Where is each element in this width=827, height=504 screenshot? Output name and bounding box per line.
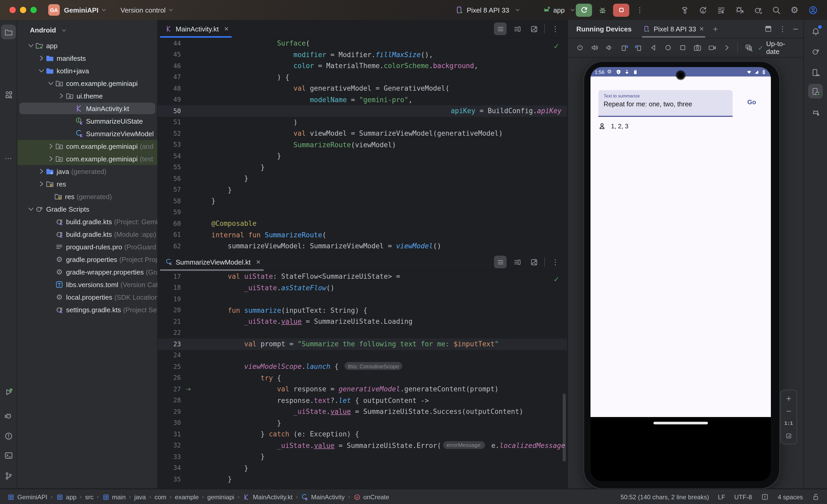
- tree-item-local-properties[interactable]: ⚙local.properties(SDK Location): [17, 291, 157, 303]
- tree-item-summarizeviewmodel[interactable]: SummarizeViewModel: [17, 127, 157, 140]
- gradle-sync-icon[interactable]: [751, 3, 765, 17]
- breadcrumb-java[interactable]: java: [134, 493, 146, 501]
- run-configuration-selector[interactable]: app: [542, 0, 576, 20]
- text-to-summarize-field[interactable]: Text to summarize Repeat for me: one, tw…: [598, 90, 733, 117]
- code-line-60[interactable]: 60@Composable: [158, 218, 567, 229]
- tree-item-proguard-rules-pro[interactable]: proguard-rules.pro(ProGuard R: [17, 240, 157, 253]
- emulator-camera-button[interactable]: [692, 42, 703, 53]
- breadcrumb-example[interactable]: example: [175, 493, 199, 501]
- tree-item-build-gradle-kts[interactable]: build.gradle.kts(Module :app): [17, 228, 157, 240]
- tool-terminal-button[interactable]: [1, 448, 16, 463]
- code-line-51[interactable]: 51 ): [158, 117, 567, 128]
- debug-app-button[interactable]: [596, 3, 610, 17]
- settings-icon[interactable]: ⚙: [788, 3, 801, 17]
- tree-item-kotlin-java[interactable]: kotlin+java: [17, 64, 157, 77]
- design-view-icon[interactable]: [528, 256, 540, 268]
- code-line-20[interactable]: 20 fun summarize(inputText: String) {: [158, 305, 567, 316]
- tool-more-h-button[interactable]: ⋯: [1, 151, 16, 166]
- split-view-icon[interactable]: [511, 256, 523, 268]
- code-line-30[interactable]: 30 }: [158, 417, 567, 429]
- maximize-window-button[interactable]: [31, 7, 37, 13]
- tree-item-java[interactable]: java(generated): [17, 165, 157, 178]
- inspections-ok-icon[interactable]: ✓: [553, 275, 560, 283]
- emulator-rot-r-button[interactable]: [633, 42, 644, 53]
- chevron-right-icon[interactable]: [37, 54, 46, 62]
- tree-item-com-example-geminiapi[interactable]: com.example.geminiapi: [17, 77, 157, 90]
- close-tab-icon[interactable]: ✕: [256, 259, 261, 265]
- code-line-27[interactable]: 27 val response = generativeModel.genera…: [158, 384, 567, 395]
- tool-gradle-button[interactable]: [808, 44, 823, 59]
- breadcrumb-main[interactable]: main: [102, 493, 126, 501]
- tab-main-activity[interactable]: MainActivity.kt ✕: [158, 20, 234, 38]
- breadcrumb-mainactivity[interactable]: MainActivity: [301, 493, 345, 501]
- tree-indent[interactable]: [47, 230, 55, 238]
- code-line-29[interactable]: 29 _uiState.value = SummarizeUiState.Suc…: [158, 406, 567, 417]
- code-line-23[interactable]: 23 val prompt = "Summarize the following…: [158, 338, 567, 350]
- code-line-22[interactable]: 22: [158, 327, 567, 338]
- window-layout-icon[interactable]: [764, 24, 773, 33]
- tool-bell-button[interactable]: [808, 24, 823, 39]
- project-name-menu[interactable]: GeminiAPI: [64, 6, 99, 14]
- tree-item-gradle-scripts[interactable]: Gradle Scripts: [17, 203, 157, 215]
- rerun-app-button[interactable]: [576, 3, 592, 16]
- code-line-57[interactable]: 57 }: [158, 184, 567, 195]
- device-tab-pixel8[interactable]: Pixel 8 API 33 ✕: [643, 20, 704, 38]
- minimize-window-button[interactable]: [20, 7, 26, 13]
- tool-run-devices-button[interactable]: [808, 84, 823, 99]
- code-line-50[interactable]: 50 apiKey = BuildConfig.apiKey: [158, 105, 567, 117]
- chevron-right-icon[interactable]: [47, 142, 55, 150]
- tool-logcat-button[interactable]: [1, 409, 16, 423]
- code-line-48[interactable]: 48 val generativeModel = GenerativeModel…: [158, 83, 567, 94]
- code-line-34[interactable]: 34 }: [158, 462, 567, 473]
- apply-code-icon[interactable]: [714, 3, 728, 17]
- breadcrumb-oncreate[interactable]: monCreate: [353, 493, 389, 501]
- tree-indent[interactable]: [66, 104, 75, 113]
- chevron-down-icon[interactable]: [27, 205, 35, 213]
- breadcrumb-app[interactable]: app: [56, 493, 77, 501]
- tree-item-res[interactable]: res: [17, 178, 157, 190]
- code-line-56[interactable]: 56 }: [158, 173, 567, 184]
- code-editor[interactable]: 44 Surface(45 modifier = Modifier.fillMa…: [158, 38, 567, 252]
- emulator-vol-up-button[interactable]: [589, 42, 600, 53]
- go-button[interactable]: Go: [747, 99, 756, 106]
- tree-indent[interactable]: [47, 280, 55, 289]
- emulator-nav-square-button[interactable]: [677, 42, 688, 53]
- design-view-icon[interactable]: [528, 22, 540, 35]
- zoom-out-button[interactable]: −: [782, 405, 795, 416]
- editor-scrollbar[interactable]: [563, 393, 566, 461]
- code-line-35[interactable]: 35 }: [158, 473, 567, 485]
- code-line-17[interactable]: 17 val uiState: StateFlow<SummarizeUiSta…: [158, 271, 567, 282]
- tree-item-settings-gradle-kts[interactable]: settings.gradle.kts(Project Sett: [17, 303, 157, 316]
- navigation-handle[interactable]: [653, 422, 708, 424]
- zoom-fit-button[interactable]: [782, 430, 795, 442]
- chevron-right-icon[interactable]: [37, 180, 46, 188]
- code-line-32[interactable]: 32 _uiState.value = SummarizeUiState.Err…: [158, 440, 567, 451]
- tree-indent[interactable]: [47, 268, 55, 276]
- tree-item-res[interactable]: res(generated): [17, 190, 157, 203]
- code-view-icon[interactable]: [494, 22, 506, 35]
- close-device-tab-icon[interactable]: ✕: [699, 25, 704, 32]
- code-line-46[interactable]: 46 color = MaterialTheme.colorScheme.bac…: [158, 60, 567, 71]
- editor-options-kebab-icon[interactable]: ⋮: [549, 256, 562, 268]
- tool-gemini-button[interactable]: [808, 105, 823, 119]
- code-line-26[interactable]: 26 try {: [158, 372, 567, 384]
- emulator-nav-back-button[interactable]: [648, 42, 659, 53]
- line-separator-widget[interactable]: LF: [718, 493, 725, 501]
- emulator-power-button[interactable]: [574, 42, 585, 53]
- tree-item-app[interactable]: app: [17, 39, 157, 52]
- tab-summarize-viewmodel[interactable]: SummarizeViewModel.kt ✕: [158, 253, 266, 271]
- code-line-53[interactable]: 53 SummarizeRoute(viewModel): [158, 139, 567, 150]
- project-view-selector[interactable]: Android: [17, 20, 157, 39]
- indent-widget[interactable]: 4 spaces: [778, 493, 803, 501]
- zoom-1-1-button[interactable]: 1:1: [782, 417, 795, 429]
- emulator-mirror-button[interactable]: [743, 42, 754, 53]
- tree-item-gradle-wrapper-properties[interactable]: ⚙gradle-wrapper.properties(Gra: [17, 266, 157, 278]
- code-line-54[interactable]: 54 }: [158, 150, 567, 162]
- code-line-21[interactable]: 21 _uiState.value = SummarizeUiState.Loa…: [158, 316, 567, 327]
- tree-indent[interactable]: [66, 129, 75, 138]
- zoom-in-button[interactable]: +: [782, 392, 795, 404]
- emulator-nav-home-button[interactable]: [662, 42, 673, 53]
- tree-item-gradle-properties[interactable]: ⚙gradle.properties(Project Prope: [17, 253, 157, 266]
- panel-options-kebab-icon[interactable]: ⋮: [779, 25, 786, 33]
- code-line-55[interactable]: 55 }: [158, 162, 567, 173]
